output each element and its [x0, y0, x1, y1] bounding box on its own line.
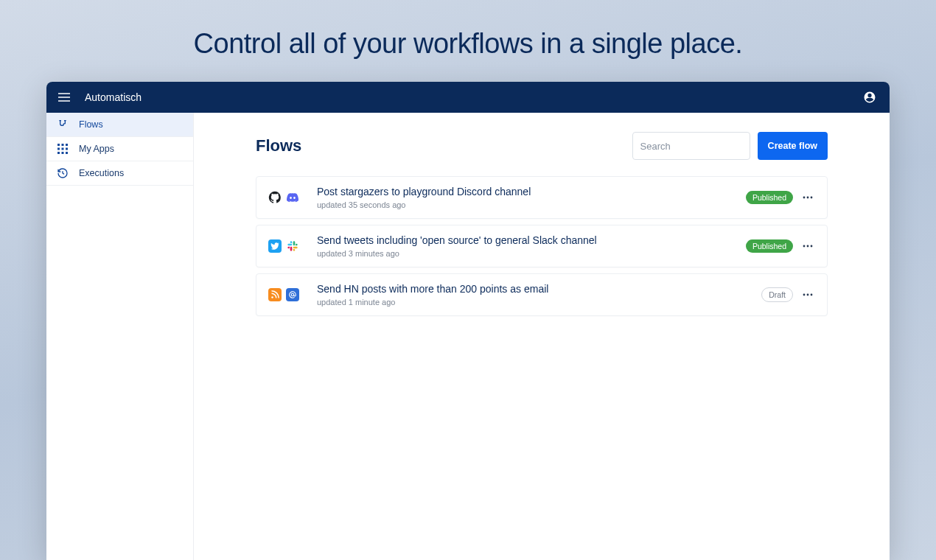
account-icon: [863, 91, 876, 104]
flow-row[interactable]: Send HN posts with more than 200 points …: [256, 273, 828, 316]
flow-menu-button[interactable]: [800, 293, 815, 296]
flow-menu-button[interactable]: [800, 245, 815, 248]
create-flow-button[interactable]: Create flow: [758, 132, 828, 160]
flow-info: Send HN posts with more than 200 points …: [317, 283, 748, 307]
flow-meta: Draft: [761, 287, 815, 302]
svg-point-11: [807, 197, 809, 199]
svg-rect-4: [62, 148, 64, 150]
flow-title: Send HN posts with more than 200 points …: [317, 283, 748, 295]
brand-title: Automatisch: [85, 91, 142, 103]
flow-info: Post stargazers to playground Discord ch…: [317, 186, 733, 209]
sidebar-item-label: My Apps: [79, 144, 114, 154]
svg-rect-0: [57, 144, 60, 146]
flow-meta: Published: [746, 239, 815, 253]
svg-point-10: [803, 197, 806, 199]
flow-row[interactable]: Post stargazers to playground Discord ch…: [256, 176, 828, 219]
svg-point-16: [271, 296, 273, 298]
rss-icon: [268, 288, 282, 301]
apps-icon: [57, 143, 69, 155]
svg-point-19: [807, 294, 809, 296]
search-box[interactable]: [632, 132, 750, 160]
svg-point-15: [811, 245, 813, 248]
svg-rect-2: [66, 144, 68, 146]
status-badge: Draft: [761, 287, 793, 302]
flows-icon: [57, 119, 69, 130]
app-header: Automatisch: [46, 82, 890, 113]
svg-rect-6: [57, 152, 60, 154]
sidebar-item-label: Executions: [79, 168, 124, 178]
svg-rect-8: [66, 152, 68, 154]
slack-icon: [286, 239, 299, 253]
app-body: Flows My Apps Executions Flows: [46, 113, 890, 560]
sidebar: Flows My Apps Executions: [46, 113, 194, 560]
sidebar-item-myapps[interactable]: My Apps: [46, 137, 193, 161]
flow-title: Post stargazers to playground Discord ch…: [317, 186, 733, 197]
flow-menu-button[interactable]: [800, 196, 815, 199]
flow-updated: updated 35 seconds ago: [317, 200, 733, 209]
sidebar-item-label: Flows: [79, 119, 103, 130]
svg-point-12: [811, 197, 813, 199]
flow-app-icons: [268, 288, 304, 301]
svg-point-18: [803, 294, 806, 296]
svg-rect-3: [57, 148, 60, 150]
main-content: Flows Create flow: [194, 113, 890, 560]
menu-button[interactable]: [57, 90, 71, 105]
flow-app-icons: [268, 239, 304, 253]
svg-rect-1: [62, 144, 64, 146]
flow-updated: updated 3 minutes ago: [317, 249, 733, 258]
page-title: Flows: [256, 136, 301, 155]
flows-list: Post stargazers to playground Discord ch…: [256, 176, 828, 316]
kebab-icon: [803, 293, 813, 296]
discord-icon: [286, 191, 299, 204]
kebab-icon: [803, 245, 813, 248]
email-icon: [286, 288, 299, 301]
flow-app-icons: [268, 191, 304, 204]
hero-title: Control all of your workflows in a singl…: [0, 0, 936, 60]
app-window: Automatisch Flows My Apps: [46, 82, 890, 560]
twitter-icon: [268, 239, 282, 253]
svg-point-20: [811, 294, 813, 296]
sidebar-item-flows[interactable]: Flows: [46, 113, 193, 137]
hamburger-icon: [58, 93, 70, 102]
svg-rect-7: [62, 152, 64, 154]
svg-rect-5: [66, 148, 68, 150]
history-icon: [57, 167, 69, 179]
flow-title: Send tweets including 'open source' to g…: [317, 234, 733, 246]
flow-meta: Published: [746, 191, 815, 204]
page-header: Flows Create flow: [256, 132, 828, 160]
flow-info: Send tweets including 'open source' to g…: [317, 234, 733, 258]
status-badge: Published: [746, 191, 793, 204]
status-badge: Published: [746, 239, 793, 253]
search-input[interactable]: [640, 141, 764, 152]
svg-point-13: [803, 245, 806, 248]
page-actions: Create flow: [632, 132, 828, 160]
github-icon: [268, 191, 282, 204]
kebab-icon: [803, 196, 813, 199]
flow-updated: updated 1 minute ago: [317, 298, 748, 307]
svg-point-14: [807, 245, 809, 248]
flow-row[interactable]: Send tweets including 'open source' to g…: [256, 225, 828, 267]
sidebar-item-executions[interactable]: Executions: [46, 161, 193, 186]
account-button[interactable]: [863, 91, 876, 104]
